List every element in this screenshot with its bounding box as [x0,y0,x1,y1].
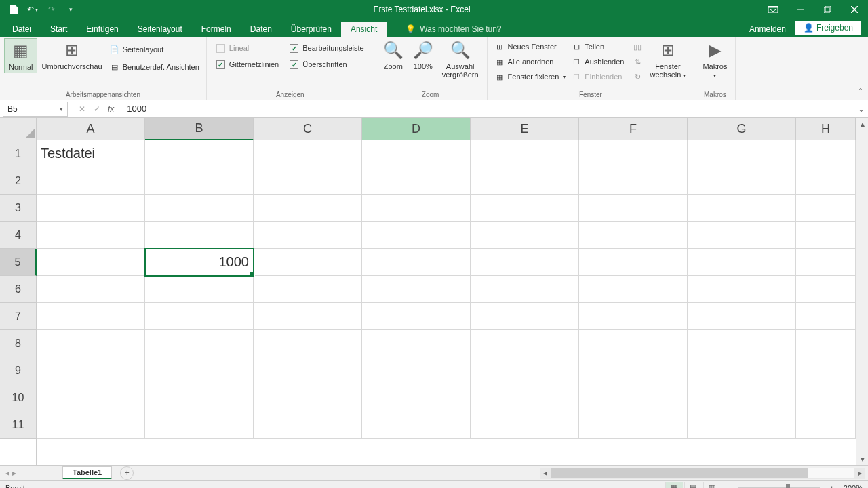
cell-H1[interactable] [796,140,856,167]
cell-D1[interactable] [362,140,471,167]
col-header-D[interactable]: D [362,118,471,140]
cell-E11[interactable] [471,411,579,439]
cell-G8[interactable] [688,330,796,357]
cell-H3[interactable] [796,195,856,222]
sheet-tab-1[interactable]: Tabelle1 [62,466,112,479]
collapse-ribbon-icon[interactable]: ˄ [859,87,863,97]
row-header-3[interactable]: 3 [0,195,37,222]
enter-formula-icon[interactable]: ✓ [90,102,104,116]
hide-button[interactable]: ☐Ausblenden [568,54,627,69]
cell-H7[interactable] [796,303,856,330]
cell-D5[interactable] [362,249,471,276]
cell-F2[interactable] [579,167,688,195]
cell-C11[interactable] [254,411,362,439]
zoom-100-button[interactable]: 🔎100% [408,38,438,72]
scroll-up-icon[interactable]: ▴ [856,118,868,130]
cell-C6[interactable] [254,276,362,303]
split-button[interactable]: ⊟Teilen [568,39,627,54]
tab-ansicht[interactable]: Ansicht [341,22,387,37]
qat-customize-icon[interactable]: ▾ [62,1,79,18]
cell-B10[interactable] [145,384,254,411]
tab-seitenlayout[interactable]: Seitenlayout [128,22,192,37]
cell-D3[interactable] [362,195,471,222]
row-header-9[interactable]: 9 [0,357,37,384]
expand-formula-bar-icon[interactable]: ⌄ [854,104,868,114]
cell-B8[interactable] [145,330,254,357]
scroll-right-icon[interactable]: ▸ [854,468,865,478]
cell-A2[interactable] [37,167,145,195]
cell-D6[interactable] [362,276,471,303]
cell-B3[interactable] [145,195,254,222]
cell-H10[interactable] [796,384,856,411]
col-header-B[interactable]: B [145,118,254,140]
switch-windows-button[interactable]: ⊞Fensterwechseln ▾ [646,38,690,81]
cell-F9[interactable] [579,357,688,384]
cell-G3[interactable] [688,195,796,222]
normal-view-button[interactable]: ▦ Normal [4,38,37,73]
fx-icon[interactable]: fx [105,104,117,114]
cell-C9[interactable] [254,357,362,384]
cell-A8[interactable] [37,330,145,357]
col-header-H[interactable]: H [796,118,856,140]
cell-H11[interactable] [796,411,856,439]
cell-B4[interactable] [145,222,254,249]
cell-F8[interactable] [579,330,688,357]
tab-überprüfen[interactable]: Überprüfen [281,22,341,37]
row-header-11[interactable]: 11 [0,411,37,439]
cell-H9[interactable] [796,357,856,384]
col-header-C[interactable]: C [254,118,362,140]
gridlines-checkbox[interactable]: Gitternetzlinien [216,57,279,72]
cell-F4[interactable] [579,222,688,249]
tab-start[interactable]: Start [41,22,77,37]
cell-E4[interactable] [471,222,579,249]
cell-D7[interactable] [362,303,471,330]
tab-formeln[interactable]: Formeln [192,22,241,37]
zoom-level[interactable]: 200% [844,484,863,489]
freeze-panes-button[interactable]: ▦Fenster fixieren▾ [492,69,569,84]
row-header-6[interactable]: 6 [0,276,37,303]
cell-D4[interactable] [362,222,471,249]
cell-H5[interactable] [796,249,856,276]
cell-D8[interactable] [362,330,471,357]
cell-E10[interactable] [471,384,579,411]
share-button[interactable]: 👤 Freigeben [795,21,861,35]
zoom-selection-button[interactable]: 🔍Auswahlvergrößern [438,38,483,80]
cell-E6[interactable] [471,276,579,303]
cell-H2[interactable] [796,167,856,195]
col-header-E[interactable]: E [471,118,579,140]
page-layout-status-icon[interactable]: ▤ [684,482,702,489]
horizontal-scrollbar[interactable]: ◂ ▸ [540,468,865,479]
formula-input[interactable]: 1000 [121,104,854,114]
vertical-scrollbar[interactable]: ▴ ▾ [856,118,868,465]
sheet-nav[interactable]: ◂▸ [0,468,22,478]
cell-G5[interactable] [688,249,796,276]
maximize-icon[interactable] [814,0,841,19]
cell-B1[interactable] [145,140,254,167]
cell-B2[interactable] [145,167,254,195]
cell-grid[interactable]: Testdatei1000 [37,140,856,465]
cell-C1[interactable] [254,140,362,167]
tab-daten[interactable]: Daten [241,22,281,37]
cell-H4[interactable] [796,222,856,249]
cell-E2[interactable] [471,167,579,195]
cell-C2[interactable] [254,167,362,195]
cell-F7[interactable] [579,303,688,330]
cell-A9[interactable] [37,357,145,384]
cell-E1[interactable] [471,140,579,167]
cell-C4[interactable] [254,222,362,249]
cell-B11[interactable] [145,411,254,439]
cell-H6[interactable] [796,276,856,303]
cell-D9[interactable] [362,357,471,384]
page-break-preview-button[interactable]: ⊞ Umbruchvorschau [37,38,106,72]
cell-E3[interactable] [471,195,579,222]
new-sheet-button[interactable]: + [120,466,134,480]
col-header-G[interactable]: G [688,118,796,140]
cell-C5[interactable] [254,249,362,276]
cell-E9[interactable] [471,357,579,384]
zoom-in-button[interactable]: + [827,484,836,489]
page-layout-button[interactable]: 📄Seitenlayout [106,42,202,57]
ribbon-options-icon[interactable] [760,0,787,19]
cell-A1[interactable]: Testdatei [37,140,145,167]
redo-icon[interactable]: ↷ [43,1,60,18]
cell-F6[interactable] [579,276,688,303]
